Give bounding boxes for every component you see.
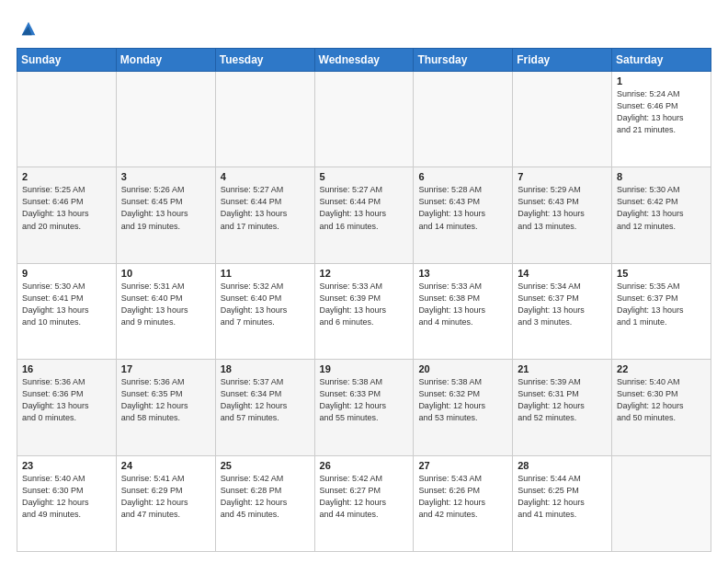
day-number: 22 xyxy=(617,363,706,374)
day-info: Sunrise: 5:32 AM Sunset: 6:40 PM Dayligh… xyxy=(221,281,310,328)
calendar-day-cell: 2Sunrise: 5:25 AM Sunset: 6:46 PM Daylig… xyxy=(17,167,117,263)
day-info: Sunrise: 5:40 AM Sunset: 6:30 PM Dayligh… xyxy=(617,376,706,424)
calendar-day-cell: 23Sunrise: 5:40 AM Sunset: 6:30 PM Dayli… xyxy=(17,455,117,551)
calendar-day-cell: 20Sunrise: 5:38 AM Sunset: 6:32 PM Dayli… xyxy=(414,360,513,455)
calendar-day-cell: 8Sunrise: 5:30 AM Sunset: 6:42 PM Daylig… xyxy=(612,167,711,263)
weekday-header-thursday: Thursday xyxy=(414,49,513,72)
calendar-week-row: 23Sunrise: 5:40 AM Sunset: 6:30 PM Dayli… xyxy=(17,455,711,551)
day-number: 26 xyxy=(320,460,409,471)
calendar-day-cell: 12Sunrise: 5:33 AM Sunset: 6:39 PM Dayli… xyxy=(314,263,414,359)
logo-icon xyxy=(18,18,39,39)
day-number: 2 xyxy=(22,171,111,182)
day-number: 13 xyxy=(418,268,507,279)
day-number: 12 xyxy=(320,268,409,279)
calendar-table: SundayMondayTuesdayWednesdayThursdayFrid… xyxy=(17,48,711,552)
day-info: Sunrise: 5:29 AM Sunset: 6:43 PM Dayligh… xyxy=(518,184,607,232)
day-number: 23 xyxy=(22,460,111,471)
day-number: 9 xyxy=(22,268,111,279)
day-number: 18 xyxy=(221,363,310,374)
calendar-day-cell: 15Sunrise: 5:35 AM Sunset: 6:37 PM Dayli… xyxy=(612,263,711,359)
day-info: Sunrise: 5:25 AM Sunset: 6:46 PM Dayligh… xyxy=(22,184,111,232)
calendar-day-cell: 28Sunrise: 5:44 AM Sunset: 6:25 PM Dayli… xyxy=(513,455,612,551)
logo xyxy=(17,18,39,39)
day-info: Sunrise: 5:43 AM Sunset: 6:26 PM Dayligh… xyxy=(418,473,507,521)
day-number: 8 xyxy=(617,171,706,182)
day-info: Sunrise: 5:36 AM Sunset: 6:36 PM Dayligh… xyxy=(22,376,111,424)
day-number: 27 xyxy=(418,460,507,471)
day-info: Sunrise: 5:27 AM Sunset: 6:44 PM Dayligh… xyxy=(221,184,310,232)
calendar-week-row: 1Sunrise: 5:24 AM Sunset: 6:46 PM Daylig… xyxy=(17,72,711,167)
calendar-day-cell: 18Sunrise: 5:37 AM Sunset: 6:34 PM Dayli… xyxy=(215,360,314,455)
day-info: Sunrise: 5:35 AM Sunset: 6:37 PM Dayligh… xyxy=(617,281,706,328)
calendar-week-row: 2Sunrise: 5:25 AM Sunset: 6:46 PM Daylig… xyxy=(17,167,711,263)
day-info: Sunrise: 5:44 AM Sunset: 6:25 PM Dayligh… xyxy=(518,473,607,521)
day-info: Sunrise: 5:24 AM Sunset: 6:46 PM Dayligh… xyxy=(617,88,706,136)
calendar-day-cell xyxy=(116,72,215,167)
day-number: 5 xyxy=(320,171,409,182)
day-number: 15 xyxy=(617,268,706,279)
calendar-day-cell: 25Sunrise: 5:42 AM Sunset: 6:28 PM Dayli… xyxy=(215,455,314,551)
calendar-day-cell xyxy=(513,72,612,167)
header xyxy=(17,15,711,39)
weekday-header-friday: Friday xyxy=(513,49,612,72)
day-number: 11 xyxy=(221,268,310,279)
day-info: Sunrise: 5:41 AM Sunset: 6:29 PM Dayligh… xyxy=(121,473,210,521)
calendar-day-cell: 16Sunrise: 5:36 AM Sunset: 6:36 PM Dayli… xyxy=(17,360,117,455)
calendar-day-cell: 3Sunrise: 5:26 AM Sunset: 6:45 PM Daylig… xyxy=(116,167,215,263)
calendar-day-cell xyxy=(314,72,414,167)
day-number: 28 xyxy=(518,460,607,471)
day-number: 25 xyxy=(221,460,310,471)
day-info: Sunrise: 5:33 AM Sunset: 6:39 PM Dayligh… xyxy=(320,281,409,328)
calendar-day-cell: 7Sunrise: 5:29 AM Sunset: 6:43 PM Daylig… xyxy=(513,167,612,263)
calendar-day-cell xyxy=(612,455,711,551)
calendar-day-cell: 22Sunrise: 5:40 AM Sunset: 6:30 PM Dayli… xyxy=(612,360,711,455)
weekday-header-saturday: Saturday xyxy=(612,49,711,72)
calendar-day-cell: 10Sunrise: 5:31 AM Sunset: 6:40 PM Dayli… xyxy=(116,263,215,359)
day-info: Sunrise: 5:27 AM Sunset: 6:44 PM Dayligh… xyxy=(320,184,409,232)
day-number: 4 xyxy=(221,171,310,182)
day-info: Sunrise: 5:39 AM Sunset: 6:31 PM Dayligh… xyxy=(518,376,607,424)
day-number: 21 xyxy=(518,363,607,374)
calendar-day-cell: 27Sunrise: 5:43 AM Sunset: 6:26 PM Dayli… xyxy=(414,455,513,551)
day-info: Sunrise: 5:36 AM Sunset: 6:35 PM Dayligh… xyxy=(121,376,210,424)
day-number: 7 xyxy=(518,171,607,182)
day-info: Sunrise: 5:40 AM Sunset: 6:30 PM Dayligh… xyxy=(22,473,111,521)
weekday-header-sunday: Sunday xyxy=(17,49,117,72)
day-number: 6 xyxy=(418,171,507,182)
day-number: 3 xyxy=(121,171,210,182)
day-info: Sunrise: 5:38 AM Sunset: 6:33 PM Dayligh… xyxy=(320,376,409,424)
day-info: Sunrise: 5:37 AM Sunset: 6:34 PM Dayligh… xyxy=(221,376,310,424)
day-info: Sunrise: 5:30 AM Sunset: 6:41 PM Dayligh… xyxy=(22,281,111,328)
weekday-header-wednesday: Wednesday xyxy=(314,49,414,72)
day-info: Sunrise: 5:28 AM Sunset: 6:43 PM Dayligh… xyxy=(418,184,507,232)
calendar-day-cell xyxy=(215,72,314,167)
day-info: Sunrise: 5:26 AM Sunset: 6:45 PM Dayligh… xyxy=(121,184,210,232)
calendar-day-cell: 17Sunrise: 5:36 AM Sunset: 6:35 PM Dayli… xyxy=(116,360,215,455)
calendar-day-cell: 1Sunrise: 5:24 AM Sunset: 6:46 PM Daylig… xyxy=(612,72,711,167)
day-info: Sunrise: 5:42 AM Sunset: 6:27 PM Dayligh… xyxy=(320,473,409,521)
day-number: 1 xyxy=(617,75,706,86)
calendar-day-cell: 19Sunrise: 5:38 AM Sunset: 6:33 PM Dayli… xyxy=(314,360,414,455)
day-info: Sunrise: 5:38 AM Sunset: 6:32 PM Dayligh… xyxy=(418,376,507,424)
day-number: 20 xyxy=(418,363,507,374)
weekday-header-row: SundayMondayTuesdayWednesdayThursdayFrid… xyxy=(17,49,711,72)
calendar-week-row: 9Sunrise: 5:30 AM Sunset: 6:41 PM Daylig… xyxy=(17,263,711,359)
day-number: 14 xyxy=(518,268,607,279)
page: SundayMondayTuesdayWednesdayThursdayFrid… xyxy=(0,0,728,563)
calendar-day-cell: 11Sunrise: 5:32 AM Sunset: 6:40 PM Dayli… xyxy=(215,263,314,359)
day-number: 16 xyxy=(22,363,111,374)
weekday-header-monday: Monday xyxy=(116,49,215,72)
calendar-day-cell: 24Sunrise: 5:41 AM Sunset: 6:29 PM Dayli… xyxy=(116,455,215,551)
weekday-header-tuesday: Tuesday xyxy=(215,49,314,72)
day-number: 19 xyxy=(320,363,409,374)
day-number: 17 xyxy=(121,363,210,374)
calendar-day-cell: 5Sunrise: 5:27 AM Sunset: 6:44 PM Daylig… xyxy=(314,167,414,263)
calendar-day-cell: 26Sunrise: 5:42 AM Sunset: 6:27 PM Dayli… xyxy=(314,455,414,551)
calendar-day-cell: 21Sunrise: 5:39 AM Sunset: 6:31 PM Dayli… xyxy=(513,360,612,455)
calendar-day-cell xyxy=(414,72,513,167)
calendar-day-cell: 9Sunrise: 5:30 AM Sunset: 6:41 PM Daylig… xyxy=(17,263,117,359)
calendar-day-cell: 6Sunrise: 5:28 AM Sunset: 6:43 PM Daylig… xyxy=(414,167,513,263)
calendar-day-cell: 4Sunrise: 5:27 AM Sunset: 6:44 PM Daylig… xyxy=(215,167,314,263)
calendar-day-cell xyxy=(17,72,117,167)
day-info: Sunrise: 5:33 AM Sunset: 6:38 PM Dayligh… xyxy=(418,281,507,328)
